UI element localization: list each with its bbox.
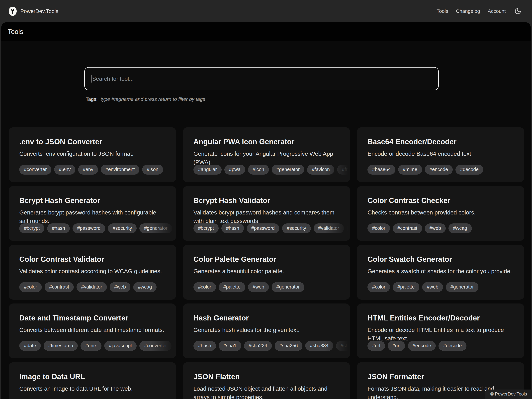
tag-pill[interactable]: #password xyxy=(247,223,279,233)
tag-pill[interactable]: #converter xyxy=(139,341,171,351)
tag-pill[interactable]: #generator xyxy=(272,165,304,175)
tag-pill[interactable]: #date xyxy=(19,341,41,351)
tool-description: Generates a beautiful color palette. xyxy=(193,267,341,276)
tag-pill[interactable]: #generator xyxy=(272,282,304,292)
tag-pill[interactable]: #contrast xyxy=(393,223,422,233)
tag-pill[interactable]: #wcag xyxy=(133,282,157,292)
tag-pill[interactable]: #color xyxy=(367,223,390,233)
tag-pill[interactable]: #angular xyxy=(193,165,222,175)
tool-card[interactable]: Image to Data URL Converts an image to d… xyxy=(9,362,176,399)
tool-title: .env to JSON Converter xyxy=(19,138,167,146)
page-header: Tools xyxy=(1,22,531,41)
tag-pill[interactable]: #json xyxy=(142,165,163,175)
tag-pill[interactable]: #password xyxy=(73,223,105,233)
tool-card[interactable]: Color Swatch Generator Generates a swatc… xyxy=(357,245,524,300)
tag-pill[interactable]: #icon xyxy=(248,165,269,175)
tag-pill[interactable]: #decode xyxy=(456,165,483,175)
nav-link-account[interactable]: Account xyxy=(488,8,506,14)
tool-card[interactable]: Bcrypt Hash Validator Validates bcrypt p… xyxy=(183,186,350,241)
logo xyxy=(9,7,17,16)
tag-pill[interactable]: #security xyxy=(108,223,137,233)
tag-pill[interactable]: #favicon xyxy=(307,165,334,175)
tool-title: Base64 Encoder/Decoder xyxy=(367,138,515,146)
navbar: PowerDev.Tools Tools Changelog Account xyxy=(0,0,532,22)
tag-pill[interactable]: #timestamp xyxy=(44,341,78,351)
tool-description: Converts between different date and time… xyxy=(19,326,167,334)
tag-pill[interactable]: #palette xyxy=(219,282,245,292)
tag-pill[interactable]: #bcrypt xyxy=(19,223,44,233)
tool-title: Bcrypt Hash Validator xyxy=(193,196,341,205)
tag-pill[interactable]: #.env xyxy=(54,165,75,175)
tool-card[interactable]: Bcrypt Hash Generator Generates bcrypt p… xyxy=(9,186,176,241)
tag-pill[interactable]: #contrast xyxy=(44,282,74,292)
tag-pill[interactable]: #decode xyxy=(438,341,466,351)
tag-pill[interactable]: #base64 xyxy=(367,165,395,175)
tool-description: Generates a swatch of shades for the col… xyxy=(367,267,515,276)
tag-pill[interactable]: #ve xyxy=(347,223,350,233)
tags-hint-row: Tags: type #tagname and press return to … xyxy=(86,96,531,102)
tag-pill[interactable]: #web xyxy=(425,223,446,233)
text-caret xyxy=(91,75,91,82)
tag-pill[interactable]: #color xyxy=(193,282,216,292)
tag-pill[interactable]: #encode xyxy=(425,165,453,175)
tool-card[interactable]: JSON Flatten Load nested JSON object and… xyxy=(183,362,350,399)
tag-pill[interactable]: #web xyxy=(110,282,130,292)
tool-card[interactable]: Hash Generator Generates hash values for… xyxy=(183,304,350,358)
tag-pill[interactable]: #pwa xyxy=(224,165,245,175)
tag-pill[interactable]: #security xyxy=(282,223,311,233)
tag-pill[interactable]: #sha384 xyxy=(305,341,333,351)
tool-title: Hash Generator xyxy=(193,314,341,322)
nav-link-tools[interactable]: Tools xyxy=(437,8,448,14)
tool-card[interactable]: Color Contrast Validator Validates color… xyxy=(9,245,176,300)
tag-pill[interactable]: #color xyxy=(367,282,390,292)
tag-pill[interactable]: #converter xyxy=(19,165,51,175)
tag-pill[interactable]: #sha1 xyxy=(219,341,241,351)
tag-pill[interactable]: #sha256 xyxy=(275,341,302,351)
tag-pill[interactable]: #is xyxy=(174,341,176,351)
tool-card[interactable]: Date and Timestamp Converter Converts be… xyxy=(9,304,176,358)
brand-link[interactable]: PowerDev.Tools xyxy=(9,7,58,16)
tool-card[interactable]: HTML Entities Encoder/Decoder Encode or … xyxy=(357,304,524,358)
tag-pill[interactable]: #color xyxy=(19,282,42,292)
tool-description: Generate icons for your Angular Progress… xyxy=(193,150,341,167)
nav-link-changelog[interactable]: Changelog xyxy=(456,8,480,14)
tag-pill[interactable]: #environment xyxy=(101,165,139,175)
tag-pill[interactable]: #wcag xyxy=(449,223,472,233)
tag-pill[interactable]: #generator xyxy=(446,282,478,292)
tag-pill[interactable]: #encode xyxy=(408,341,436,351)
brand-text: PowerDev.Tools xyxy=(20,8,58,14)
tag-pill[interactable]: #palette xyxy=(393,282,419,292)
tool-title: Date and Timestamp Converter xyxy=(19,314,167,322)
tool-description: Load nested JSON object and flatten all … xyxy=(193,385,341,399)
tool-description: Generates bcrypt password hashes with co… xyxy=(19,208,167,225)
tool-title: Color Swatch Generator xyxy=(367,255,515,263)
tag-pill[interactable]: #bcrypt xyxy=(193,223,219,233)
tag-pill[interactable]: #hash xyxy=(193,341,216,351)
search-input[interactable] xyxy=(84,67,439,90)
tool-card[interactable]: Color Palette Generator Generates a beau… xyxy=(183,245,350,300)
tag-pill[interactable]: #unix xyxy=(81,341,101,351)
tag-pill[interactable]: #mime xyxy=(398,165,422,175)
theme-toggle-button[interactable] xyxy=(514,8,521,15)
nav-links: Tools Changelog Account xyxy=(437,8,521,15)
tag-pill[interactable]: #sha512 xyxy=(336,341,350,351)
tag-pill[interactable]: #web xyxy=(422,282,443,292)
tag-pill[interactable]: #generator xyxy=(139,223,172,233)
tag-pill[interactable]: #uri xyxy=(388,341,405,351)
tag-pill[interactable]: #e xyxy=(175,223,176,233)
tool-card[interactable]: Color Contrast Checker Checks contrast b… xyxy=(357,186,524,241)
tag-pill[interactable]: #fronte xyxy=(337,165,350,175)
tag-pill[interactable]: #validator xyxy=(76,282,107,292)
tag-pill[interactable]: #hash xyxy=(47,223,70,233)
tag-pill[interactable]: #web xyxy=(248,282,269,292)
tag-pill[interactable]: #env xyxy=(78,165,98,175)
tag-pill[interactable]: #javascript xyxy=(104,341,137,351)
tag-pill[interactable]: #sha224 xyxy=(244,341,272,351)
tag-pill[interactable]: #validator xyxy=(314,223,344,233)
tool-card[interactable]: Angular PWA Icon Generator Generate icon… xyxy=(183,127,350,182)
tool-card[interactable]: .env to JSON Converter Converts .env con… xyxy=(9,127,176,182)
tool-tags: #angular#pwa#icon#generator#favicon#fron… xyxy=(193,165,350,175)
tag-pill[interactable]: #hash xyxy=(222,223,244,233)
tag-pill[interactable]: #url xyxy=(367,341,385,351)
tool-card[interactable]: Base64 Encoder/Decoder Encode or decode … xyxy=(357,127,524,182)
